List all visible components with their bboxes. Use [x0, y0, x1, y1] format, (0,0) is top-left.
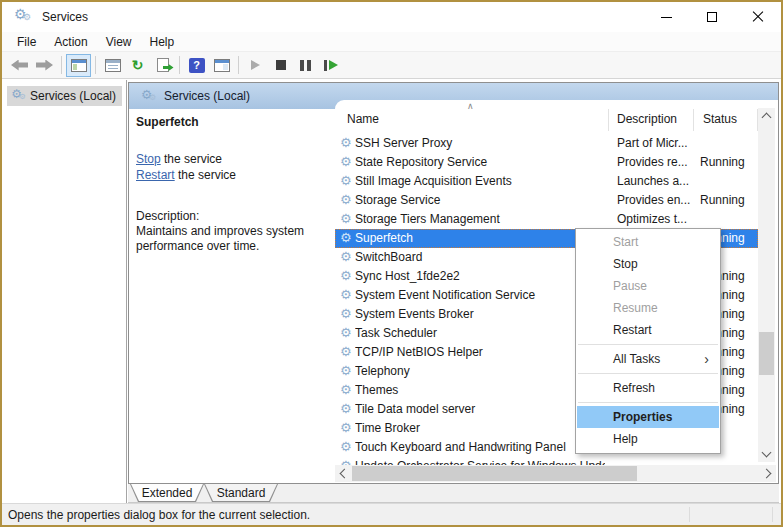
statusbar-divider — [772, 507, 773, 522]
forward-button[interactable] — [32, 54, 57, 77]
service-row[interactable]: ⚙Storage ServiceProvides en...Running — [335, 191, 758, 210]
show-action-pane-icon — [214, 59, 230, 72]
context-menu: StartStopPauseResumeRestartAll Tasks›Ref… — [575, 228, 721, 454]
service-gear-icon: ⚙ — [340, 382, 352, 398]
service-gear-icon: ⚙ — [340, 154, 352, 170]
service-gear-icon: ⚙ — [340, 135, 352, 151]
close-button[interactable] — [735, 2, 781, 32]
menubar-item-view[interactable]: View — [97, 33, 141, 51]
menubar-item-file[interactable]: File — [8, 33, 45, 51]
service-description: Provides re... — [617, 155, 695, 169]
service-name: SSH Server Proxy — [355, 136, 605, 150]
toolbar: ↻ ? — [2, 52, 781, 79]
service-row[interactable]: ⚙State Repository ServiceProvides re...R… — [335, 153, 758, 172]
service-status: Running — [700, 193, 745, 207]
menu-separator — [578, 402, 718, 403]
stop-service-icon — [276, 60, 286, 70]
services-gear-icon: ⚙⚙ — [11, 89, 26, 103]
refresh-toolbar-button[interactable]: ↻ — [125, 54, 150, 77]
maximize-button[interactable] — [689, 2, 735, 32]
tab-label: Extended — [130, 484, 204, 500]
context-menu-item-properties[interactable]: Properties — [577, 406, 719, 428]
maximize-icon — [707, 12, 717, 22]
stop-service-link[interactable]: Stop — [136, 152, 161, 166]
horizontal-scrollbar[interactable] — [335, 465, 776, 482]
description-text: Maintains and improves system performanc… — [136, 224, 328, 254]
service-row[interactable]: ⚙SSH Server ProxyPart of Micr... — [335, 134, 758, 153]
column-header-description[interactable]: Description — [617, 112, 677, 126]
service-description: Provides en... — [617, 193, 695, 207]
menu-separator — [578, 373, 718, 374]
column-header-name[interactable]: Name — [347, 112, 379, 126]
stop-service-line: Stop the service — [136, 152, 222, 166]
column-header-status[interactable]: Status — [703, 112, 737, 126]
sidebar-item-services-local[interactable]: ⚙⚙ Services (Local) — [7, 86, 122, 106]
menubar-item-help[interactable]: Help — [141, 33, 184, 51]
minimize-icon — [661, 17, 672, 18]
properties-toolbar-button[interactable] — [100, 54, 125, 77]
stop-service-suffix: the service — [161, 152, 222, 166]
context-menu-item-stop[interactable]: Stop — [576, 253, 720, 275]
context-menu-item-resume: Resume — [576, 297, 720, 319]
tab-standard[interactable]: Standard — [204, 484, 278, 502]
selected-service-title: Superfetch — [136, 115, 199, 129]
help-toolbar-button[interactable]: ? — [184, 54, 209, 77]
close-icon — [752, 11, 764, 23]
service-description: Part of Micr... — [617, 136, 695, 150]
start-service-button[interactable] — [243, 54, 268, 77]
refresh-icon: ↻ — [132, 58, 144, 72]
context-menu-item-refresh[interactable]: Refresh — [576, 377, 720, 399]
service-row[interactable]: ⚙Update Orchestrator Service for Windows… — [335, 457, 758, 465]
service-row[interactable]: ⚙Still Image Acquisition EventsLaunches … — [335, 172, 758, 191]
horizontal-scroll-thumb[interactable] — [352, 466, 637, 481]
context-menu-item-help[interactable]: Help — [576, 428, 720, 450]
panel-header-title: Services (Local) — [164, 89, 250, 103]
service-name: Superfetch — [355, 231, 605, 245]
service-gear-icon: ⚙ — [340, 344, 352, 360]
vertical-scrollbar[interactable] — [758, 108, 775, 462]
list-header: ∧ Name Description Status — [335, 100, 778, 133]
service-name: Tile Data model server — [355, 402, 605, 416]
toolbar-separator — [61, 56, 62, 74]
show-action-pane-button[interactable] — [209, 54, 234, 77]
vertical-scroll-thumb[interactable] — [759, 332, 774, 375]
service-gear-icon: ⚙ — [340, 192, 352, 208]
service-gear-icon: ⚙ — [340, 173, 352, 189]
service-name: TCP/IP NetBIOS Helper — [355, 345, 605, 359]
context-menu-item-all-tasks[interactable]: All Tasks› — [576, 348, 720, 370]
toolbar-separator — [179, 56, 180, 74]
service-gear-icon: ⚙ — [340, 458, 352, 465]
service-row[interactable]: ⚙Storage Tiers ManagementOptimizes t... — [335, 210, 758, 229]
service-name: Telephony — [355, 364, 605, 378]
service-name: State Repository Service — [355, 155, 605, 169]
back-button[interactable] — [7, 54, 32, 77]
stop-service-button[interactable] — [268, 54, 293, 77]
menubar: FileActionViewHelp — [2, 32, 781, 52]
service-name: System Events Broker — [355, 307, 605, 321]
service-gear-icon: ⚙ — [340, 306, 352, 322]
column-divider[interactable] — [693, 109, 694, 131]
pause-service-icon — [300, 60, 311, 71]
service-gear-icon: ⚙ — [340, 401, 352, 417]
service-gear-icon: ⚙ — [340, 287, 352, 303]
minimize-button[interactable] — [643, 2, 689, 32]
restart-service-suffix: the service — [175, 168, 236, 182]
service-name: Storage Tiers Management — [355, 212, 605, 226]
export-list-button[interactable] — [150, 54, 175, 77]
console-tree: ⚙⚙ Services (Local) — [2, 80, 127, 503]
context-menu-item-restart[interactable]: Restart — [576, 319, 720, 341]
scroll-up-icon — [762, 113, 772, 123]
restart-service-button[interactable] — [318, 54, 343, 77]
menu-separator — [578, 344, 718, 345]
context-menu-item-start: Start — [576, 231, 720, 253]
context-menu-item-pause: Pause — [576, 275, 720, 297]
pause-service-button[interactable] — [293, 54, 318, 77]
restart-service-link[interactable]: Restart — [136, 168, 175, 182]
show-console-tree-button[interactable] — [66, 54, 91, 77]
window-title: Services — [42, 10, 88, 24]
service-name: Storage Service — [355, 193, 605, 207]
service-name: SwitchBoard — [355, 250, 605, 264]
tab-extended[interactable]: Extended — [130, 484, 204, 502]
column-divider[interactable] — [608, 109, 609, 131]
menubar-item-action[interactable]: Action — [45, 33, 96, 51]
